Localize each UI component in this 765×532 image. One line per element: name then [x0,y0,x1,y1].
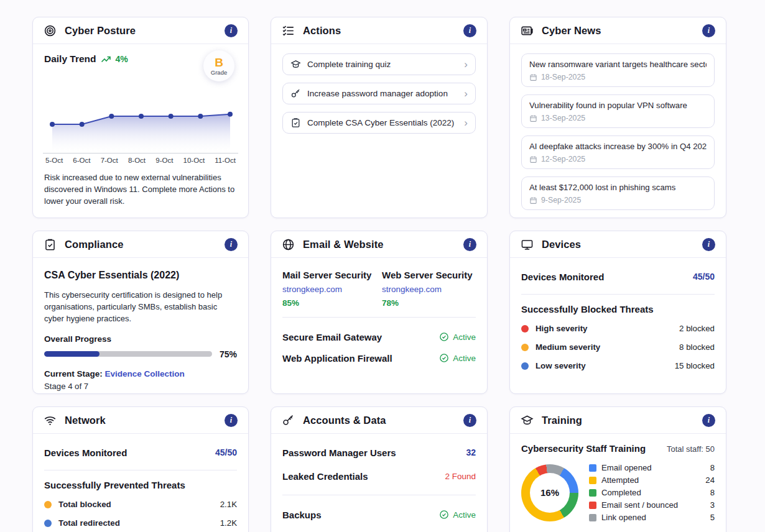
action-item-training-quiz[interactable]: Complete training quiz › [282,53,476,75]
current-stage-line: Current Stage: Evidence Collection [44,369,237,378]
info-icon: i [708,241,710,248]
legend-row-link-opened: Link opened 5 [589,513,715,522]
legend-value: 5 [710,513,715,522]
legend-chip [589,489,596,497]
cyber-news-body: New ransomware variant targets healthcar… [510,44,726,218]
backups-label: Backups [282,510,322,520]
news-title: Vulnerability found in popular VPN softw… [529,101,707,110]
info-button[interactable]: i [463,24,476,37]
legend-chip [589,464,596,472]
checklist-icon [282,24,295,37]
web-server-domain-link[interactable]: strongkeep.com [382,285,476,294]
threat-label: Total redirected [58,518,120,528]
progress-bar [44,351,212,357]
cyber-posture-header: Cyber Posture i [33,17,248,44]
status-text: Active [453,332,476,342]
actions-card: Actions i Complete training quiz › [271,17,488,218]
legend-value: 8 [710,463,715,472]
action-item-password-manager[interactable]: Increase password manager adoption › [282,83,476,104]
devices-monitored-value: 45/50 [215,447,237,457]
x-tick: 9-Oct [155,157,173,164]
news-item[interactable]: Vulnerability found in popular VPN softw… [521,94,715,128]
info-button[interactable]: i [702,24,715,37]
chevron-right-icon: › [464,88,468,99]
web-server-score: 78% [382,298,476,308]
certification-description: This cybersecurity certification is desi… [44,290,237,325]
news-date: 13-Sep-2025 [541,114,585,122]
training-head-row: Cybersecurity Staff Training Total staff… [521,443,715,454]
monitor-icon [521,238,534,251]
news-item[interactable]: AI deepfake attacks increase by 300% in … [521,135,715,169]
info-button[interactable]: i [702,414,715,427]
action-label: Complete training quiz [307,60,455,69]
x-tick: 7-Oct [101,157,118,164]
mail-server-label: Mail Server Security [282,270,382,280]
training-legend: Email opened 8 Attempted 24 Completed 8 [589,463,715,522]
web-server-column: Web Server Security strongkeep.com 78% [382,270,476,308]
training-body: Cybersecurity Staff Training Total staff… [510,434,726,532]
news-title: At least $172,000 lost in phishing scams [529,183,707,192]
risk-description: Risk increased due to new external vulne… [44,172,237,208]
compliance-body: CSA Cyber Essentials (2022) This cyberse… [33,258,248,394]
news-item[interactable]: At least $172,000 lost in phishing scams… [521,177,715,210]
leaked-credentials-value: 2 Found [445,472,476,481]
legend-label: Completed [601,488,641,497]
training-header: Training i [510,407,726,434]
info-icon: i [708,416,710,424]
web-application-firewall-row: Web Application Firewall Active [282,348,476,368]
devices-monitored-row: Devices Monitored 45/50 [521,268,715,285]
grade-letter: B [215,57,223,68]
blocked-threats-title: Successfully Blocked Threats [521,304,715,314]
legend-label: Email sent / bounced [601,500,678,510]
action-item-csa-certification[interactable]: Complete CSA Cyber Essentials (2022) cer… [282,112,476,134]
news-date-row: 13-Sep-2025 [529,114,707,122]
x-axis-labels: 5-Oct 6-Oct 7-Oct 8-Oct 9-Oct 10-Oct 11-… [44,154,237,164]
network-body: Devices Monitored 45/50 Successfully Pre… [33,434,248,532]
email-website-card: Email & Website i Mail Server Security s… [271,231,488,394]
card-title: Accounts & Data [303,415,386,426]
info-button[interactable]: i [463,238,476,251]
compliance-card: Compliance i CSA Cyber Essentials (2022)… [32,231,249,394]
globe-icon [282,238,295,251]
network-header: Network i [33,407,248,434]
news-item[interactable]: New ransomware variant targets healthcar… [521,53,715,87]
total-blocked-row: Total blocked 2.1K [44,500,237,509]
legend-label: Email opened [601,463,652,472]
info-button[interactable]: i [702,238,715,251]
info-icon: i [230,27,232,34]
info-button[interactable]: i [463,414,476,427]
grade-badge: B Grade [203,50,234,81]
info-button[interactable]: i [225,238,238,251]
status-badge: Active [439,510,476,520]
divider [282,495,476,495]
trend-value: 4% [116,54,128,64]
certification-name: CSA Cyber Essentials (2022) [44,270,237,281]
severity-value: 15 blocked [675,361,715,370]
training-donut-chart: 16% [521,464,578,521]
web-server-label: Web Server Security [382,270,476,280]
actions-header: Actions i [271,17,487,44]
info-button[interactable]: i [225,24,238,37]
current-stage-link[interactable]: Evidence Collection [105,369,185,378]
current-stage-label: Current Stage: [44,369,103,378]
graduation-cap-icon [290,59,301,70]
dashboard-grid: Cyber Posture i Daily Trend 4% B Grade [0,0,765,532]
info-icon: i [708,27,710,34]
trend-line-chart [44,67,238,153]
stage-count: Stage 4 of 7 [44,382,237,391]
info-icon: i [230,416,232,424]
accounts-data-header: Accounts & Data i [271,407,487,434]
card-title: Compliance [65,239,124,250]
mail-server-domain-link[interactable]: strongkeep.com [282,285,382,294]
card-title: Actions [303,25,341,37]
status-badge: Active [439,332,476,342]
donut-center-value: 16% [540,487,559,498]
server-security-columns: Mail Server Security strongkeep.com 85% … [282,270,476,308]
chevron-right-icon: › [464,117,468,128]
legend-value: 8 [710,488,715,497]
news-title: AI deepfake attacks increase by 300% in … [529,142,707,151]
high-severity-row: High severity 2 blocked [521,324,715,333]
card-title: Cyber Posture [65,25,136,37]
info-button[interactable]: i [225,414,238,427]
status-text: Active [453,510,476,520]
